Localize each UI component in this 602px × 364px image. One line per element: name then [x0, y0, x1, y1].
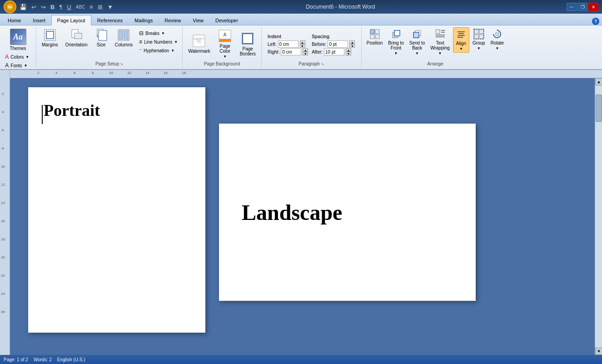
redo-quick-btn[interactable]: ↪ [40, 3, 47, 11]
tab-page-layout[interactable]: Page Layout [51, 15, 91, 25]
svg-rect-7 [75, 33, 82, 39]
margins-button[interactable]: Margins [39, 27, 61, 49]
tab-mailings[interactable]: Mailings [129, 15, 159, 25]
fonts-button[interactable]: A Fonts ▼ [3, 61, 32, 70]
office-button[interactable]: W [4, 0, 16, 13]
indent-left-down[interactable]: ▼ [300, 44, 305, 48]
indent-right-spin: ▲ ▼ [303, 48, 308, 55]
window-title: Document6 - Microsoft Word [114, 4, 567, 10]
breaks-dropdown-arrow: ▼ [161, 31, 165, 35]
indent-left-up[interactable]: ▲ [300, 40, 305, 44]
page-setup-secondary: ⊟ Breaks ▼ ≡ Line Numbers ▼ ⁻ Hyphenatio… [137, 29, 179, 55]
page-borders-button[interactable]: PageBorders [237, 30, 259, 58]
position-button[interactable]: Position [364, 27, 385, 47]
themes-icon: Aa [10, 29, 26, 45]
scroll-track[interactable] [595, 85, 602, 348]
indent-right-label: Right: [268, 50, 279, 55]
spacing-before-up[interactable]: ▲ [349, 40, 355, 44]
orientation-button[interactable]: Orientation [63, 27, 90, 49]
svg-rect-28 [394, 30, 400, 36]
position-icon [369, 29, 380, 40]
spacing-before-input[interactable] [328, 40, 348, 48]
group-button[interactable]: Group ▼ [470, 27, 488, 52]
help-icon[interactable]: ? [592, 18, 599, 25]
spacing-before-spin: ▲ ▼ [349, 40, 355, 48]
svg-rect-9 [99, 30, 107, 40]
title-bar-left: W 💾 ↩ ↪ B ¶ U ABC ≡ ⊞ ▼ [4, 0, 114, 13]
paragraph-expand-icon[interactable]: ↘ [321, 62, 324, 66]
bring-front-button[interactable]: Bring toFront ▼ [386, 27, 406, 57]
portrait-page-text: Portrait [44, 101, 100, 120]
tab-home[interactable]: Home [2, 15, 27, 25]
tab-view[interactable]: View [187, 15, 209, 25]
svg-rect-42 [474, 35, 478, 39]
line-numbers-button[interactable]: ≡ Line Numbers ▼ [137, 38, 179, 46]
table-quick-btn[interactable]: ⊞ [96, 3, 104, 11]
tab-references[interactable]: References [91, 15, 129, 25]
quick-access-toolbar: 💾 ↩ ↪ B ¶ U ABC ≡ ⊞ ▼ [18, 3, 114, 11]
svg-rect-26 [375, 35, 379, 39]
breaks-button[interactable]: ⊟ Breaks ▼ [137, 29, 179, 37]
spacing-before-label: Before: [312, 42, 326, 47]
themes-button[interactable]: Aa Themes [7, 27, 29, 52]
vertical-scrollbar[interactable]: ▲ ▼ [595, 78, 602, 355]
indent-right-input[interactable] [281, 48, 301, 55]
svg-text:A: A [224, 32, 227, 37]
paragraph-content: Indent Left: ▲ ▼ Right: ▲ [268, 27, 355, 60]
indent-spacing-section: Indent Left: ▲ ▼ Right: ▲ [268, 34, 355, 55]
more-quick-btn[interactable]: ▼ [106, 3, 114, 11]
tab-insert[interactable]: Insert [27, 15, 51, 25]
pilcrow-quick-btn[interactable]: ¶ [58, 3, 64, 11]
abc-quick-btn[interactable]: ABC [75, 4, 87, 10]
watermark-icon: W DRAFT [192, 34, 206, 48]
svg-rect-30 [413, 32, 419, 38]
columns-button[interactable]: Columns [112, 27, 135, 49]
colors-icon: A [5, 54, 9, 60]
group-icon [473, 29, 484, 40]
tab-developer[interactable]: Developer [209, 15, 244, 25]
spacing-before-down[interactable]: ▼ [349, 44, 355, 48]
save-quick-btn[interactable]: 💾 [18, 3, 28, 11]
page-setup-content: Margins Orientation Size [39, 27, 179, 60]
page-color-button[interactable]: A PageColor ▼ [215, 28, 235, 60]
restore-button[interactable]: ❐ [577, 3, 587, 11]
align-button[interactable]: Align ▼ [453, 27, 469, 53]
text-wrap-arrow: ▼ [438, 51, 442, 55]
spacing-after-up[interactable]: ▲ [346, 48, 351, 52]
scroll-thumb[interactable] [596, 95, 602, 122]
landscape-page[interactable]: Landscape [219, 124, 476, 301]
hyphenation-button[interactable]: ⁻ Hyphenation ▼ [137, 46, 179, 55]
svg-rect-21 [242, 33, 254, 45]
send-back-button[interactable]: Send toBack ▼ [407, 27, 427, 57]
svg-rect-31 [436, 30, 440, 34]
indent-right-down[interactable]: ▼ [303, 52, 308, 55]
indent-right-up[interactable]: ▲ [303, 48, 308, 52]
colors-button[interactable]: A Colors ▼ [3, 53, 32, 61]
document-area[interactable]: Portrait Landscape [10, 78, 595, 355]
bullets-quick-btn[interactable]: ≡ [88, 3, 95, 11]
scroll-up-button[interactable]: ▲ [595, 78, 602, 85]
watermark-button[interactable]: W DRAFT Watermark [185, 33, 213, 55]
minimize-button[interactable]: ─ [567, 3, 577, 11]
indent-left-input[interactable] [278, 40, 299, 48]
close-button[interactable]: ✕ [588, 3, 598, 11]
underline-quick-btn[interactable]: U [65, 3, 72, 11]
tab-review[interactable]: Review [159, 15, 187, 25]
svg-rect-43 [479, 35, 483, 39]
text-wrapping-button[interactable]: TextWrapping ▼ [428, 27, 452, 57]
undo-quick-btn[interactable]: ↩ [30, 3, 38, 11]
bold-quick-btn[interactable]: B [49, 3, 56, 11]
scroll-down-button[interactable]: ▼ [595, 348, 602, 355]
text-wrapping-icon [435, 29, 446, 40]
portrait-page[interactable]: Portrait [28, 87, 205, 333]
ribbon-group-page-background: W DRAFT Watermark A PageColor ▼ [183, 26, 262, 68]
size-button[interactable]: Size [92, 27, 110, 49]
rotate-button[interactable]: Rotate ▼ [488, 27, 506, 52]
spacing-before-row: Before: ▲ ▼ [312, 40, 355, 48]
spacing-after-down[interactable]: ▼ [346, 52, 351, 55]
ribbon-group-page-setup: Margins Orientation Size [36, 26, 183, 68]
send-back-arrow: ▼ [415, 51, 419, 55]
spacing-after-input[interactable] [324, 48, 344, 55]
svg-rect-23 [370, 30, 374, 34]
page-setup-expand-icon[interactable]: ↘ [120, 62, 123, 66]
